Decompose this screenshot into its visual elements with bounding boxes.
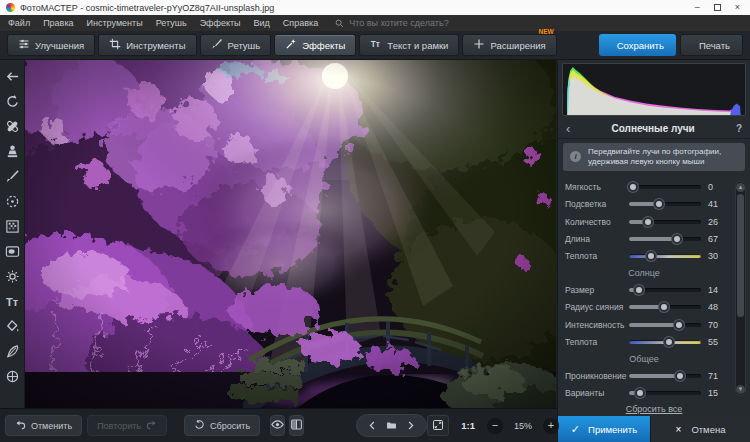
slider-intensity[interactable] [629, 323, 701, 327]
text-tool-icon[interactable]: Tт [0, 289, 24, 314]
tab-label: Улучшения [35, 40, 84, 51]
slider-label: Радиус сияния [565, 302, 629, 312]
undo-icon [15, 419, 26, 432]
slider-glow-radius[interactable] [629, 305, 701, 309]
slider-handle[interactable] [664, 337, 674, 347]
one-to-one-button[interactable]: 1:1 [456, 420, 480, 431]
folder-icon[interactable] [386, 417, 397, 435]
slider-warmth-rays[interactable] [629, 254, 701, 258]
slider-penetration[interactable] [629, 374, 701, 378]
info-box: i Передвигайте лучи по фотографии, удерж… [563, 143, 745, 171]
plus-icon [473, 38, 485, 52]
menu-view[interactable]: Вид [254, 18, 270, 28]
tabbar: Улучшения Инструменты Ретушь Эффекты Tт … [0, 31, 750, 60]
scroll-up-icon[interactable]: ▲ [736, 183, 745, 192]
photo-canvas[interactable] [25, 60, 556, 408]
slider-label: Количество [565, 217, 629, 227]
undo-button[interactable]: Отменить [5, 415, 82, 436]
fill-bucket-icon[interactable] [0, 314, 24, 339]
slider-amount[interactable] [629, 220, 701, 224]
menu-file[interactable]: Файл [8, 18, 30, 28]
vignette-icon[interactable] [0, 239, 24, 264]
save-button[interactable]: Сохранить [599, 34, 676, 56]
close-button[interactable]: × [735, 3, 740, 12]
brush-tool-icon[interactable] [0, 164, 24, 189]
brightness-icon[interactable] [0, 264, 24, 289]
slider-label: Размер [565, 285, 629, 295]
prev-photo-icon[interactable] [367, 417, 378, 435]
feather-icon[interactable] [0, 339, 24, 364]
back-arrow-icon[interactable] [0, 64, 24, 89]
slider-handle[interactable] [628, 182, 638, 192]
reset-button[interactable]: Сбросить [184, 415, 260, 436]
info-icon: i [570, 151, 581, 162]
graduated-filter-icon[interactable] [0, 214, 24, 239]
slider-softness[interactable] [629, 185, 701, 189]
maximize-button[interactable] [714, 4, 721, 11]
healing-patch-icon[interactable] [0, 114, 24, 139]
minimize-button[interactable]: – [695, 3, 700, 12]
tab-label: Текст и рамки [387, 40, 448, 51]
new-badge: NEW [539, 28, 554, 35]
search-input[interactable] [349, 18, 499, 28]
slider-value: 48 [708, 302, 730, 312]
zoom-out-button[interactable]: − [487, 418, 503, 434]
menubar: Файл Правка Инструменты Ретушь Эффекты В… [0, 15, 750, 31]
print-button[interactable]: Печать [680, 34, 743, 56]
panel-scrollbar[interactable]: ▲ ▼ [735, 181, 746, 396]
menu-tools[interactable]: Инструменты [87, 18, 143, 28]
scroll-down-icon[interactable]: ▼ [736, 385, 745, 394]
cancel-button[interactable]: × Отмена [650, 416, 750, 442]
apply-button[interactable]: ✓ Применить [558, 416, 650, 442]
radial-filter-icon[interactable] [0, 189, 24, 214]
menu-help[interactable]: Справка [283, 18, 318, 28]
titlebar: ФотоМАСТЕР - cosmic-timetraveler-pYyOZ8q… [0, 0, 750, 15]
reset-icon [194, 419, 205, 432]
tab-extensions[interactable]: Расширения NEW [462, 34, 556, 56]
redo-button[interactable]: Повторить [87, 415, 167, 436]
next-photo-icon[interactable] [405, 417, 416, 435]
menu-effects[interactable]: Эффекты [200, 18, 241, 28]
save-label: Сохранить [617, 40, 664, 51]
help-icon[interactable]: ? [736, 123, 742, 134]
scrollbar-thumb[interactable] [737, 194, 744, 318]
slider-size[interactable] [629, 288, 701, 292]
slider-handle[interactable] [643, 217, 653, 227]
target-icon[interactable] [0, 364, 24, 389]
slider-label: Мягкость [565, 182, 629, 192]
slider-variants[interactable] [629, 391, 701, 395]
zoom-in-button[interactable]: + [543, 418, 559, 434]
clone-stamp-icon[interactable] [0, 139, 24, 164]
svg-text:Tт: Tт [371, 40, 380, 49]
slider-handle[interactable] [635, 388, 645, 398]
tab-improvements[interactable]: Улучшения [7, 34, 95, 56]
garden-photo [25, 60, 556, 408]
slider-handle[interactable] [634, 285, 644, 295]
slider-handle[interactable] [654, 199, 664, 209]
slider-handle[interactable] [675, 371, 685, 381]
reset-all-link[interactable]: Сбросить все [626, 404, 683, 414]
slider-handle[interactable] [674, 320, 684, 330]
slider-handle[interactable] [646, 251, 656, 261]
search-icon [335, 14, 344, 32]
slider-handle[interactable] [659, 302, 669, 312]
menu-edit[interactable]: Правка [43, 18, 73, 28]
tab-retouch[interactable]: Ретушь [200, 34, 272, 56]
fit-screen-button[interactable] [427, 415, 449, 436]
rotate-icon[interactable] [0, 89, 24, 114]
menu-retouch[interactable]: Ретушь [156, 18, 187, 28]
compare-button[interactable] [289, 415, 304, 436]
slider-warmth-sun[interactable] [629, 340, 701, 344]
slider-length[interactable] [629, 237, 701, 241]
slider-value: 30 [708, 251, 730, 261]
slider-value: 41 [708, 199, 730, 209]
slider-highlight[interactable] [629, 202, 701, 206]
tab-effects[interactable]: Эффекты [274, 34, 356, 56]
preview-original-button[interactable] [270, 415, 285, 436]
slider-handle[interactable] [672, 234, 682, 244]
tab-label: Эффекты [302, 40, 345, 51]
bottombar: Отменить Повторить Сбросить 1:1 − 15 [0, 408, 557, 442]
tab-tools[interactable]: Инструменты [98, 34, 196, 56]
reset-label: Сбросить [210, 421, 250, 431]
tab-text-frames[interactable]: Tт Текст и рамки [359, 34, 459, 56]
